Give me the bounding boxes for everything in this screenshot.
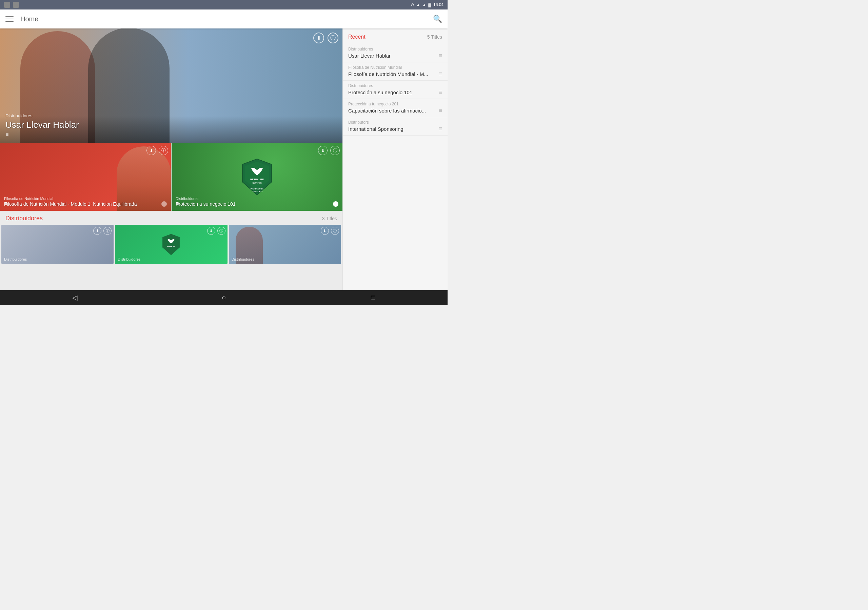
hero-info-button[interactable]: ⓘ — [327, 33, 338, 43]
sidebar-item-category-1: Filosofía de Nutrición Mundial — [348, 65, 442, 70]
battery-icon: ▓ — [428, 2, 431, 7]
sidebar-title: Recent — [348, 34, 366, 40]
person-right — [88, 28, 169, 143]
sidebar-item-row-1: Filosofía de Nutrición Mundial - M... ≡ — [348, 71, 442, 77]
search-button[interactable]: 🔍 — [433, 15, 442, 23]
bottom-card-label-2: Distribuidores — [232, 257, 254, 261]
sidebar-count: 5 Titles — [427, 34, 442, 40]
thumb-actions-1: ⬇ ⓘ — [318, 146, 340, 155]
sidebar-item-1[interactable]: Filosofía de Nutrición Mundial Filosofía… — [343, 62, 448, 81]
sidebar-item-category-4: Distributors — [348, 120, 442, 125]
thumb-title-0: Filosofía de Nutrición Mundial - Módulo … — [4, 201, 136, 207]
sidebar-item-title-2: Protección a su negocio 101 — [348, 90, 436, 95]
hero-actions: ⬇ ⓘ — [313, 33, 338, 43]
sidebar-item-title-4: International Sponsoring — [348, 126, 436, 132]
back-button[interactable]: ◁ — [68, 291, 81, 304]
app-title: Home — [20, 15, 433, 23]
thumb-info-1: Distribuidores Protección a su negocio 1… — [176, 197, 236, 207]
thumb-category-1: Distribuidores — [176, 197, 236, 201]
thumb-category-0: Filosofía de Nutrición Mundial — [4, 197, 136, 201]
hero-download-button[interactable]: ⬇ — [313, 33, 324, 43]
thumb-card-0[interactable]: ⬇ ⓘ Filosofía de Nutrición Mundial Filos… — [0, 143, 171, 211]
hero-lines-icon: ≡ — [5, 132, 79, 138]
svg-marker-6 — [163, 234, 180, 255]
thumb-download-1[interactable]: ⬇ — [318, 146, 327, 155]
sidebar-item-3[interactable]: Protección a tu negocio 201 Capacitación… — [343, 99, 448, 117]
thumb-card-1[interactable]: HERBALIFE NUTRITION PROTECCIÓN A TU NEGO… — [172, 143, 343, 211]
sidebar-item-menu-4[interactable]: ≡ — [439, 125, 442, 133]
thumb-info-1[interactable]: ⓘ — [330, 146, 340, 155]
sidebar-header: Recent 5 Titles — [343, 34, 448, 44]
bottom-card-actions-0: ⬇ ⓘ — [93, 227, 112, 235]
bottom-card-0[interactable]: ⬇ ⓘ Distribuidores — [2, 224, 113, 264]
sidebar-item-title-1: Filosofía de Nutrición Mundial - M... — [348, 71, 436, 77]
svg-text:TU NEGOCIO: TU NEGOCIO — [251, 190, 262, 192]
hero-category: Distribuidores — [5, 113, 79, 118]
card-lines-icon-1: ≡ — [176, 201, 179, 207]
sidebar-item-row-3: Capacitación sobre las afirmacio... ≡ — [348, 107, 442, 114]
thumbnails-row: ⬇ ⓘ Filosofía de Nutrición Mundial Filos… — [0, 143, 343, 211]
section-title: Distribuidores — [5, 215, 43, 222]
sidebar-item-2[interactable]: Distribuidores Protección a su negocio 1… — [343, 81, 448, 99]
sidebar-item-menu-1[interactable]: ≡ — [439, 71, 442, 77]
sidebar-item-title-0: Usar Llevar Hablar — [348, 53, 436, 59]
bottom-card-label-1: Distribuidores — [118, 257, 140, 261]
thumb-info-0[interactable]: ⓘ — [159, 146, 168, 155]
notification-icon — [4, 2, 10, 8]
bottom-download-2[interactable]: ⬇ — [321, 227, 329, 235]
status-bar: ⊖ ▲ ▲ ▓ 16:04 — [0, 0, 448, 9]
sidebar: Recent 5 Titles Distribuidores Usar Llev… — [343, 28, 448, 290]
section-count: 3 Titles — [322, 216, 337, 221]
svg-text:PROTECCIÓN A: PROTECCIÓN A — [251, 187, 264, 190]
section-header: Distribuidores 3 Titles — [0, 211, 343, 224]
sidebar-item-title-3: Capacitación sobre las afirmacio... — [348, 108, 436, 113]
sidebar-item-menu-3[interactable]: ≡ — [439, 107, 442, 114]
grid-icon — [13, 2, 19, 8]
sidebar-item-row-4: International Sponsoring ≡ — [348, 125, 442, 133]
main-layout: ⬇ ⓘ Distribuidores Usar Llevar Hablar ≡ … — [0, 28, 448, 290]
hero-banner[interactable]: ⬇ ⓘ Distribuidores Usar Llevar Hablar ≡ — [0, 28, 343, 143]
thumb-info-0: Filosofía de Nutrición Mundial Filosofía… — [4, 197, 136, 207]
sidebar-item-category-2: Distribuidores — [348, 84, 442, 88]
app-bar: Home 🔍 — [0, 9, 448, 28]
thumb-title-1: Protección a su negocio 101 — [176, 201, 236, 207]
time-display: 16:04 — [433, 2, 443, 7]
bottom-card-label-0: Distribuidores — [4, 257, 27, 261]
sidebar-item-category-3: Protección a tu negocio 201 — [348, 102, 442, 107]
bottom-nav: ◁ ○ □ — [0, 290, 448, 305]
bottom-thumbs: ⬇ ⓘ Distribuidores ⬇ ⓘ HERBALIFE — [0, 224, 343, 265]
herbalife-shield-svg: HERBALIFE NUTRITION PROTECCIÓN A TU NEGO… — [242, 158, 272, 195]
svg-text:HERBALIFE: HERBALIFE — [167, 246, 175, 248]
sidebar-item-menu-0[interactable]: ≡ — [439, 52, 442, 59]
herbalife-logo: HERBALIFE NUTRITION PROTECCIÓN A TU NEGO… — [242, 158, 272, 195]
wifi-icon: ▲ — [416, 2, 420, 7]
sidebar-item-0[interactable]: Distribuidores Usar Llevar Hablar ≡ — [343, 44, 448, 62]
sidebar-item-4[interactable]: Distributors International Sponsoring ≡ — [343, 117, 448, 136]
thumb-dot-0 — [161, 201, 167, 207]
sidebar-item-menu-2[interactable]: ≡ — [439, 89, 442, 96]
thumb-dot-1 — [333, 201, 338, 207]
bottom-info-0[interactable]: ⓘ — [104, 227, 112, 235]
svg-text:HERBALIFE: HERBALIFE — [250, 178, 264, 181]
sidebar-item-category-0: Distribuidores — [348, 47, 442, 51]
sidebar-item-row-0: Usar Llevar Hablar ≡ — [348, 52, 442, 59]
svg-text:NUTRITION: NUTRITION — [252, 182, 262, 184]
content-area: ⬇ ⓘ Distribuidores Usar Llevar Hablar ≡ … — [0, 28, 343, 290]
sidebar-item-row-2: Protección a su negocio 101 ≡ — [348, 89, 442, 96]
thumb-actions-0: ⬇ ⓘ — [146, 146, 168, 155]
bottom-card-2[interactable]: ⬇ ⓘ Distribuidores — [229, 224, 341, 264]
home-button[interactable]: ○ — [217, 291, 231, 304]
hero-info: Distribuidores Usar Llevar Hablar ≡ — [5, 113, 79, 138]
bottom-card-1[interactable]: ⬇ ⓘ HERBALIFE Distribuidores — [115, 224, 227, 264]
bottom-info-2[interactable]: ⓘ — [331, 227, 339, 235]
minus-icon: ⊖ — [411, 2, 414, 7]
menu-button[interactable] — [5, 16, 14, 22]
thumb-download-0[interactable]: ⬇ — [146, 146, 156, 155]
recents-button[interactable]: □ — [366, 291, 380, 304]
bottom-download-0[interactable]: ⬇ — [93, 227, 101, 235]
hero-title: Usar Llevar Hablar — [5, 120, 79, 130]
status-bar-right: ⊖ ▲ ▲ ▓ 16:04 — [411, 2, 443, 7]
card-lines-icon-0: ≡ — [4, 201, 7, 207]
signal-icon: ▲ — [422, 2, 426, 7]
bottom-card-actions-2: ⬇ ⓘ — [321, 227, 339, 235]
